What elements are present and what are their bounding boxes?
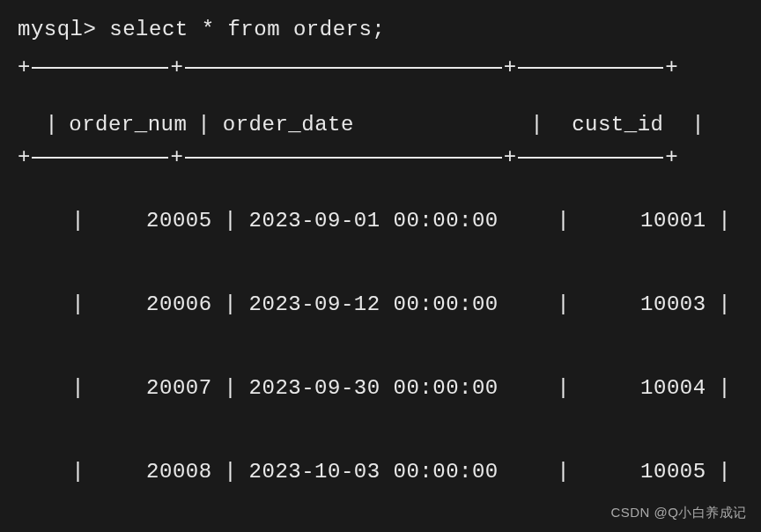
table-header-border: ++++ xyxy=(18,147,743,168)
table-row: |20008|2023-10-03 00:00:00|10005| xyxy=(18,436,743,507)
cell-order-num: 20007 xyxy=(86,376,223,400)
watermark: CSDN @Q小白养成记 xyxy=(610,505,747,521)
cell-order-num: 20008 xyxy=(86,460,223,484)
cell-cust-id: 10001 xyxy=(572,209,717,233)
table-row: |20007|2023-09-30 00:00:00|10004| xyxy=(18,352,743,424)
cell-cust-id: 10004 xyxy=(572,376,717,400)
cell-order-date: 2023-10-03 00:00:00 xyxy=(239,460,556,484)
cell-order-num: 20006 xyxy=(86,292,223,316)
cell-order-date: 2023-09-12 00:00:00 xyxy=(239,292,556,316)
cell-order-date: 2023-09-01 00:00:00 xyxy=(239,209,556,233)
table-row: |20005|2023-09-01 00:00:00|10001| xyxy=(18,185,743,256)
cell-order-date: 2023-09-30 00:00:00 xyxy=(239,376,556,400)
table-body: |20005|2023-09-01 00:00:00|10001| |20006… xyxy=(18,185,743,532)
table-top-border: ++++ xyxy=(18,57,743,78)
column-header-cust-id: cust_id xyxy=(545,113,691,137)
sql-prompt: mysql> select * from orders; xyxy=(18,18,743,41)
table-row: |20006|2023-09-12 00:00:00|10003| xyxy=(18,269,743,340)
cell-cust-id: 10005 xyxy=(572,460,717,484)
column-header-order-num: order_num xyxy=(60,113,196,137)
column-header-order-date: order_date xyxy=(212,113,529,137)
table-header-row: |order_num|order_date|cust_id| xyxy=(18,89,743,137)
cell-order-num: 20005 xyxy=(86,209,223,233)
cell-cust-id: 10003 xyxy=(572,292,717,316)
